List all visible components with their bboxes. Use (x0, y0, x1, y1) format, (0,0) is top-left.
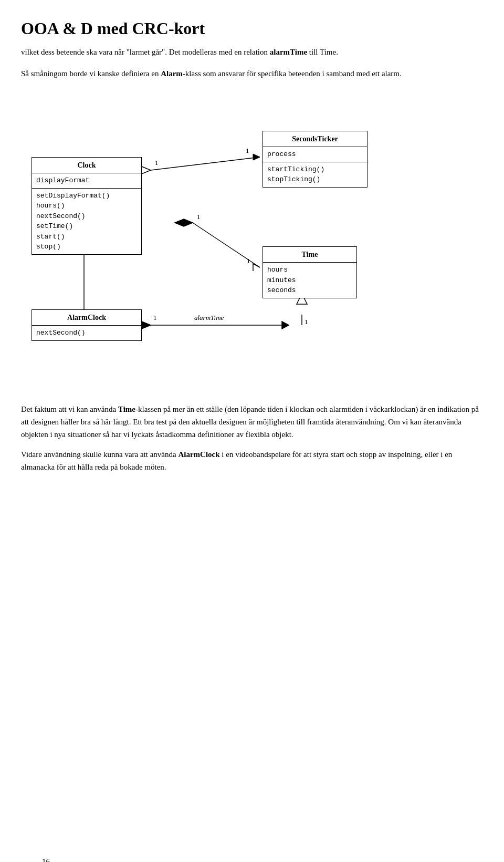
label-1-right: 1 (246, 147, 249, 154)
seconds-ticker-attributes: process (263, 147, 367, 162)
clock-attributes: displayFormat (32, 173, 141, 189)
page-number: 16 (42, 856, 50, 863)
alarm-clock-title: AlarmClock (32, 310, 141, 326)
label-1-comp-left: 1 (197, 213, 201, 221)
time-attributes: hours minutes seconds (263, 263, 356, 298)
label-1-alarm-left: 1 (153, 314, 157, 321)
body-paragraph-2: Vidare användning skulle kunna vara att … (21, 448, 483, 473)
label-1-comp-right: 1 (247, 257, 250, 265)
arrow-time (253, 264, 260, 271)
arrow-seconds (253, 154, 260, 160)
clock-title: Clock (32, 158, 141, 173)
label-1-time-bottom: 1 (304, 318, 308, 326)
page-title: OOA & D med CRC-kort (21, 16, 483, 41)
line-clock-seconds (151, 157, 260, 170)
label-alarm-time: alarmTime (194, 314, 224, 321)
line-clock-time (193, 223, 260, 267)
time-title: Time (263, 247, 356, 263)
time-box: Time hours minutes seconds (262, 246, 357, 298)
intro-paragraph-2: Så småningom borde vi kanske definiera e… (21, 68, 483, 80)
seconds-ticker-title: SecondsTicker (263, 131, 367, 147)
arrow-alarm-time (282, 321, 289, 329)
alarm-clock-methods: nextSecond() (32, 326, 141, 340)
clock-box: Clock displayFormat setDisplayFormat() h… (32, 157, 142, 255)
body-paragraph-1: Det faktum att vi kan använda Time-klass… (21, 403, 483, 441)
seconds-ticker-box: SecondsTicker process startTicking() sto… (262, 131, 368, 188)
composition-diamond-time (175, 219, 193, 226)
seconds-ticker-methods: startTicking() stopTicking() (263, 162, 367, 187)
intro-paragraph-1: vilket dess beteende ska vara när "larme… (21, 46, 483, 58)
label-1-left: 1 (155, 159, 159, 167)
alarm-clock-box: AlarmClock nextSecond() (32, 309, 142, 341)
clock-methods: setDisplayFormat() hours() nextSecond() … (32, 189, 141, 254)
uml-diagram: 1 1 1 1 alarmTime (21, 89, 483, 393)
